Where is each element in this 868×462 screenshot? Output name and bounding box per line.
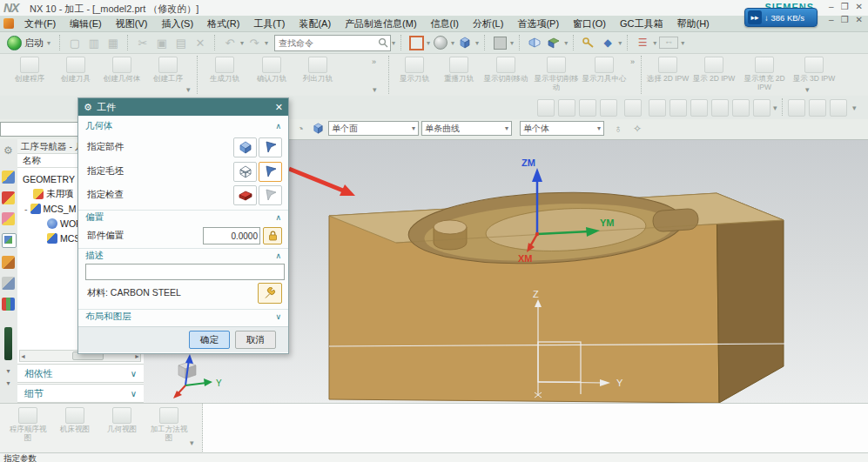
solid-body-icon[interactable]	[311, 122, 325, 136]
edit-material-button[interactable]	[258, 283, 282, 304]
touch-panel-icon[interactable]	[4, 327, 12, 360]
group2-expand-icon[interactable]: »	[372, 57, 376, 66]
create-geometry-button[interactable]: 创建几何体	[98, 57, 146, 95]
snap-enable-icon[interactable]: ♁	[611, 122, 625, 136]
snap-point-icon[interactable]: ◔	[293, 122, 307, 136]
menu-preferences[interactable]: 首选项(P)	[511, 17, 565, 31]
curve-rule-dropdown[interactable]: 单条曲线▾	[421, 121, 512, 136]
title-bar[interactable]: NX NX 10 - 加工 - [_model2.prt （修改的）] SIEM…	[0, 0, 868, 17]
menu-information[interactable]: 信息(I)	[425, 17, 465, 31]
machining-wizard-icon[interactable]	[2, 256, 15, 269]
group4-more-icon[interactable]: ▾	[805, 85, 810, 94]
menu-assemblies[interactable]: 装配(A)	[293, 17, 337, 31]
render-dropdown-icon[interactable]: ▾	[451, 39, 454, 47]
ok-button[interactable]: 确定	[189, 331, 230, 349]
machine-tool-view-button[interactable]: 机床视图	[54, 407, 96, 434]
show-toolpath-button[interactable]: 显示刀轨	[394, 57, 435, 95]
menu-analysis[interactable]: 分析(L)	[467, 17, 509, 31]
toolbar-icon-6[interactable]	[649, 99, 666, 117]
app-document-icon[interactable]	[3, 18, 14, 29]
window-button[interactable]: ⊷	[659, 37, 678, 49]
resource-scroll-down-icon[interactable]: ▾	[2, 367, 15, 374]
show-noncut-moves-button[interactable]: 显示非切削移动	[531, 57, 582, 95]
show-2d-ipw-button[interactable]: 显示 2D IPW	[692, 57, 736, 95]
show-3d-ipw-button[interactable]: 显示 3D IPW	[792, 57, 836, 95]
group1-more-icon[interactable]: ▾	[186, 85, 191, 94]
geometry-section-header[interactable]: 几何体 ∧	[78, 119, 288, 133]
menu-window[interactable]: 窗口(O)	[567, 17, 612, 31]
menu-pmi[interactable]: 产品制造信息(M)	[339, 17, 423, 31]
window-dropdown-icon[interactable]: ▾	[681, 39, 684, 47]
description-section-header[interactable]: 描述 ∧	[78, 248, 288, 262]
search-icon[interactable]	[378, 37, 388, 48]
new-file-button[interactable]: ▢	[67, 35, 83, 50]
cancel-button[interactable]: 取消	[235, 331, 276, 349]
menu-gc-toolbox[interactable]: GC工具箱	[614, 17, 670, 31]
machining-method-view-button[interactable]: 加工方法视图	[148, 407, 190, 443]
generate-toolpath-button[interactable]: 生成刀轨	[203, 57, 246, 95]
select-blank-button[interactable]	[259, 162, 282, 182]
toolbar-icon-2[interactable]	[558, 99, 575, 117]
check-geometry-button[interactable]	[233, 185, 257, 205]
measure-dropdown-icon[interactable]: ▾	[653, 39, 656, 47]
toolbar-icon-5[interactable]	[624, 99, 642, 117]
open-file-button[interactable]: ▥	[86, 35, 102, 50]
measure-button[interactable]: ☰	[635, 35, 650, 50]
part-offset-input[interactable]	[203, 227, 260, 244]
edit-section-button[interactable]	[527, 35, 542, 50]
group3-expand-icon[interactable]: »	[630, 57, 635, 66]
toolbar-icon-7[interactable]	[670, 99, 687, 117]
history-icon[interactable]	[2, 298, 15, 311]
orient-view-button[interactable]	[457, 35, 473, 50]
iconrow-more-icon-2[interactable]: ▾	[852, 104, 857, 112]
delete-button[interactable]: ✕	[192, 35, 208, 50]
clip-section-button[interactable]	[546, 35, 562, 50]
program-order-view-button[interactable]: 程序顺序视图	[7, 407, 49, 443]
create-program-button[interactable]: 创建程序	[7, 57, 52, 95]
menu-insert[interactable]: 插入(S)	[155, 17, 199, 31]
dialog-title-bar[interactable]: ⚙ 工件 ✕	[78, 98, 288, 116]
copy-button[interactable]: ▣	[154, 35, 170, 50]
resource-scroll-down-icon-2[interactable]: ▾	[2, 379, 15, 386]
child-minimize-button[interactable]: –	[829, 15, 834, 24]
section-dropdown-icon[interactable]: ▾	[564, 39, 568, 47]
background-button[interactable]	[492, 35, 508, 50]
reuse-library-icon[interactable]	[2, 277, 15, 290]
start-button[interactable]: 启动 ▾	[3, 35, 55, 51]
list-toolpath-button[interactable]: 列出刀轨	[296, 57, 340, 95]
collapse-expander[interactable]: -	[24, 204, 28, 214]
orient-dropdown-icon[interactable]: ▾	[475, 39, 479, 47]
command-finder-input[interactable]	[277, 37, 378, 49]
menu-format[interactable]: 格式(R)	[201, 17, 246, 31]
toolbar-icon-14[interactable]	[830, 99, 847, 117]
fit-view-button[interactable]	[408, 35, 424, 50]
menu-help[interactable]: 帮助(H)	[670, 17, 715, 31]
iconrow-more-icon[interactable]: ▾	[773, 104, 777, 112]
group2-more-icon[interactable]: ▾	[373, 85, 377, 94]
fit-dropdown-icon[interactable]: ▾	[427, 39, 430, 47]
dialog-close-icon[interactable]: ✕	[275, 102, 283, 113]
show-cut-moves-button[interactable]: 显示切削移动	[481, 57, 530, 95]
cut-button[interactable]: ✂	[135, 35, 151, 50]
part-geometry-button[interactable]	[233, 137, 257, 157]
child-restore-button[interactable]: ❐	[841, 15, 849, 24]
toolbar-icon-9[interactable]	[711, 99, 729, 117]
minimize-button[interactable]: –	[829, 2, 834, 11]
child-close-button[interactable]: ✕	[856, 15, 863, 24]
restore-button[interactable]: ❐	[841, 2, 849, 11]
repeat-dropdown-icon[interactable]: ▾	[265, 39, 268, 47]
face-rule-dropdown[interactable]: 单个面▾	[328, 121, 419, 136]
show-filled-2d-ipw-button[interactable]: 显示填充 2D IPW	[739, 57, 790, 95]
menu-edit[interactable]: 编辑(E)	[64, 17, 108, 31]
blank-geometry-button[interactable]	[233, 162, 257, 182]
body-rule-dropdown[interactable]: 单个体▾	[520, 121, 604, 136]
dependencies-panel-header[interactable]: 相依性 ∨	[17, 364, 144, 383]
render-style-button[interactable]	[433, 35, 448, 50]
create-operation-button[interactable]: 创建工序	[146, 57, 190, 95]
background-dropdown-icon[interactable]: ▾	[510, 39, 514, 47]
details-panel-header[interactable]: 细节 ∨	[17, 384, 144, 403]
repeat-command-button[interactable]: ↷	[246, 35, 262, 50]
view-toolbar-more-icon[interactable]: ▾	[190, 439, 194, 447]
assembly-navigator-icon[interactable]	[2, 171, 15, 184]
toolbar-icon-1[interactable]	[537, 99, 555, 117]
